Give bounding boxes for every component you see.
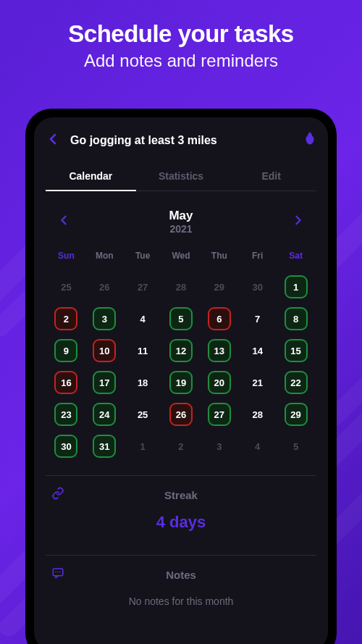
calendar-day[interactable]: 30 [54,435,77,458]
day-cell: 31 [85,430,124,462]
calendar-day[interactable]: 12 [169,339,193,362]
calendar-day[interactable]: 2 [54,307,77,330]
calendar-day[interactable]: 13 [208,339,231,362]
weekdays-row: SunMonTueWedThuFriSat [47,251,315,271]
day-cell: 13 [200,335,238,367]
day-cell: 12 [162,335,201,367]
calendar-day[interactable]: 10 [93,339,116,362]
day-cell: 10 [85,335,124,367]
day-cell: 30 [238,271,277,303]
back-button[interactable] [46,130,60,150]
day-cell: 2 [47,303,85,335]
week-row: 2526272829301 [47,271,315,303]
year-name: 2021 [169,223,193,235]
streak-value: 4 days [46,513,316,532]
week-row: 303112345 [47,430,315,462]
calendar-day[interactable]: 25 [131,403,154,426]
calendar-day[interactable]: 15 [285,339,308,362]
weekday-label: Thu [200,251,238,271]
hero-subtitle: Add notes and reminders [14,51,348,71]
calendar-day[interactable]: 24 [93,403,116,426]
calendar-day[interactable]: 26 [93,275,116,298]
calendar-day[interactable]: 28 [169,275,193,298]
day-cell: 29 [277,398,315,430]
calendar-day[interactable]: 20 [208,371,231,394]
next-month-button[interactable] [289,211,308,233]
tab-statistics[interactable]: Statistics [136,163,227,191]
tab-edit[interactable]: Edit [226,163,316,191]
calendar-day[interactable]: 21 [246,371,269,394]
link-icon [51,487,64,503]
day-cell: 14 [238,335,277,367]
calendar-day[interactable]: 4 [131,307,154,330]
calendar-day[interactable]: 28 [246,403,269,426]
calendar-day[interactable]: 29 [208,275,231,298]
calendar-day[interactable]: 16 [54,371,77,394]
weekday-label: Mon [85,251,124,271]
day-cell: 7 [238,303,277,335]
day-cell: 18 [124,367,162,398]
day-cell: 22 [277,367,315,398]
tab-calendar[interactable]: Calendar [46,163,136,191]
day-cell: 4 [124,303,162,335]
hero-title: Schedule your tasks [14,20,348,48]
day-cell: 28 [162,271,201,303]
day-cell: 15 [277,335,315,367]
calendar-day[interactable]: 5 [285,435,308,458]
prev-month-button[interactable] [54,211,73,233]
day-cell: 1 [124,430,162,462]
calendar-day[interactable]: 23 [54,403,77,426]
calendar-day[interactable]: 31 [93,435,116,458]
chevron-left-icon [49,133,57,145]
day-cell: 9 [47,335,85,367]
calendar-day[interactable]: 30 [246,275,269,298]
calendar-day[interactable]: 8 [285,307,308,330]
notes-icon [51,566,64,583]
calendar-day[interactable]: 19 [169,371,193,394]
calendar-day[interactable]: 29 [285,403,308,426]
calendar-day[interactable]: 1 [131,435,154,458]
calendar-day[interactable]: 3 [208,435,231,458]
weekday-label: Fri [238,251,277,271]
calendar-day[interactable]: 22 [285,371,308,394]
calendar-day[interactable]: 9 [54,339,77,362]
weekday-label: Wed [162,251,201,271]
day-cell: 26 [85,271,124,303]
calendar-day[interactable]: 6 [208,307,231,330]
phone-frame: Go jogging at least 3 miles Calendar Sta… [25,109,337,644]
day-cell: 24 [85,398,124,430]
chevron-left-icon [60,215,67,225]
calendar-day[interactable]: 26 [169,403,193,426]
calendar-day[interactable]: 17 [93,371,116,394]
calendar-day[interactable]: 27 [208,403,231,426]
day-cell: 21 [238,367,277,398]
calendar-day[interactable]: 27 [131,275,154,298]
month-navigation: May 2021 [46,209,316,235]
calendar-day[interactable]: 3 [93,307,116,330]
streak-fire-button[interactable] [303,131,316,149]
streak-section: Streak 4 days [46,476,316,542]
calendar-day[interactable]: 1 [285,275,308,298]
day-cell: 5 [162,303,201,335]
day-cell: 30 [47,430,85,462]
calendar-day[interactable]: 11 [131,339,154,362]
day-cell: 20 [200,367,238,398]
weekday-label: Sun [47,251,85,271]
day-cell: 27 [200,398,238,430]
weeks-container: 2526272829301234567891011121314151617181… [47,271,315,462]
calendar-day[interactable]: 14 [246,339,269,362]
tabs: Calendar Statistics Edit [46,163,316,191]
calendar-day[interactable]: 25 [54,275,77,298]
streak-label: Streak [164,489,198,501]
calendar-day[interactable]: 2 [169,435,193,458]
calendar-day[interactable]: 4 [246,435,269,458]
calendar-day[interactable]: 7 [246,307,269,330]
day-cell: 25 [124,398,162,430]
week-row: 2345678 [47,303,315,335]
weekday-label: Tue [124,251,162,271]
day-cell: 25 [47,271,85,303]
calendar-day[interactable]: 5 [169,307,193,330]
week-row: 9101112131415 [47,335,315,367]
day-cell: 6 [200,303,238,335]
calendar-day[interactable]: 18 [131,371,154,394]
